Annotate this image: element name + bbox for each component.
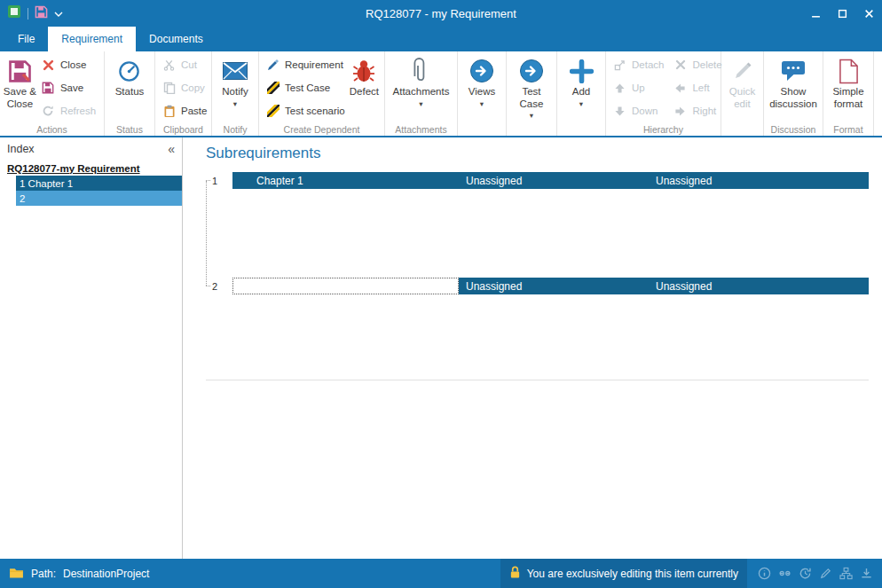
detach-icon	[612, 59, 627, 71]
row-title-cell-focused[interactable]	[232, 278, 459, 294]
arrow-up-icon	[612, 82, 627, 94]
copy-button[interactable]: Copy	[157, 76, 211, 99]
create-test-case-button[interactable]: Test Case	[261, 76, 350, 99]
copy-label: Copy	[181, 82, 205, 93]
chevron-down-icon: ▾	[579, 100, 583, 108]
detach-label: Detach	[632, 59, 664, 70]
cut-button[interactable]: Cut	[157, 53, 211, 76]
chevron-down-icon: ▾	[530, 112, 533, 120]
tab-requirement[interactable]: Requirement	[48, 27, 136, 51]
ribbon-group-actions: Save & Close Close Save Refresh Actions	[0, 51, 105, 136]
statusbar-tools	[747, 565, 882, 582]
show-discussion-button[interactable]: Show discussion	[769, 53, 817, 123]
paste-button[interactable]: Paste	[157, 99, 211, 122]
ribbon-group-hierarchy: Detach Up Down Delete Left Right Hierarc…	[606, 51, 721, 136]
ribbon-group-attachments: Attachments ▾ Attachments	[385, 51, 458, 136]
views-icon	[469, 56, 494, 86]
subrequirements-panel: Subrequirements 1 Chapter 1 Unassigned U…	[183, 137, 882, 559]
ribbon-group-status: Status Status	[105, 51, 155, 136]
chevron-down-icon: ▾	[480, 100, 484, 108]
ribbon-tab-row: File Requirement Documents	[0, 27, 882, 51]
add-button[interactable]: Add ▾	[570, 53, 594, 123]
arrow-down-icon	[612, 106, 627, 117]
up-button[interactable]: Up	[608, 76, 668, 99]
notify-label: Notify	[222, 86, 248, 98]
detach-button[interactable]: Detach	[608, 53, 668, 76]
left-button[interactable]: Left	[668, 76, 726, 99]
refresh-button[interactable]: Refresh	[36, 99, 100, 122]
create-requirement-label: Requirement	[285, 59, 343, 70]
test-case-hazard-icon	[265, 82, 280, 94]
statusbar: Path: DestinationProject You are exclusi…	[0, 559, 882, 588]
notify-button[interactable]: Notify ▾	[222, 53, 248, 123]
create-test-scenario-button[interactable]: Test scenario	[261, 99, 350, 122]
status-button[interactable]: Status	[115, 53, 145, 123]
ribbon-group-create-dependent: Requirement Test Case Test scenario Defe…	[259, 51, 385, 136]
delete-button[interactable]: Delete	[668, 53, 726, 76]
save-and-close-button[interactable]: Save & Close	[4, 53, 36, 123]
ribbon-group-notify: Notify ▾ Notify	[212, 51, 259, 136]
notify-envelope-icon	[223, 56, 248, 86]
create-defect-button[interactable]: Defect	[350, 53, 379, 123]
app-icon	[7, 4, 21, 22]
tab-file[interactable]: File	[4, 27, 48, 51]
row-status-cell[interactable]: Unassigned	[459, 278, 649, 294]
create-requirement-button[interactable]: Requirement	[261, 53, 350, 76]
simple-format-button[interactable]: Simple format	[832, 53, 863, 123]
download-icon[interactable]	[858, 565, 875, 582]
delete-x-icon	[673, 59, 688, 70]
cut-label: Cut	[181, 59, 197, 70]
save-button[interactable]: Save	[36, 76, 100, 99]
row-assignee-cell[interactable]: Unassigned	[649, 278, 869, 294]
paperclip-icon	[413, 56, 428, 86]
test-case-menu-button[interactable]: Test Case ▾	[519, 53, 544, 123]
quick-edit-label: Quick edit	[729, 86, 755, 110]
collapse-sidebar-icon[interactable]: «	[168, 142, 175, 156]
ribbon-group-views: Views ▾	[458, 51, 507, 136]
save-and-close-label: Save & Close	[4, 86, 36, 110]
row-assignee-cell[interactable]: Unassigned	[649, 172, 869, 189]
copy-icon	[161, 82, 177, 94]
subrequirement-rows: 1 Chapter 1 Unassigned Unassigned 2 Unas…	[206, 172, 869, 294]
group-label-actions: Actions	[0, 124, 104, 135]
right-button[interactable]: Right	[668, 99, 726, 122]
signature-pen-icon[interactable]	[817, 565, 834, 582]
quick-save-icon[interactable]	[35, 5, 48, 22]
tree-item-2-selected[interactable]: 2	[16, 191, 182, 206]
row-title-cell[interactable]: Chapter 1	[232, 172, 459, 189]
views-label: Views	[469, 86, 495, 98]
chevron-down-icon: ▾	[419, 100, 422, 108]
window-title: RQ128077 - my Requirement	[0, 0, 882, 27]
test-case-menu-icon	[519, 56, 544, 86]
minimize-button[interactable]	[802, 0, 829, 27]
ribbon-group-format: Simple format Format	[823, 51, 874, 136]
lock-status: You are exclusively editing this item cu…	[500, 559, 747, 588]
link-icon[interactable]	[776, 565, 793, 582]
tab-documents[interactable]: Documents	[136, 27, 217, 51]
test-case-menu-label: Test Case	[520, 86, 544, 110]
hierarchy-icon[interactable]	[838, 565, 854, 582]
close-window-button[interactable]	[855, 0, 882, 27]
close-button[interactable]: Close	[36, 53, 100, 76]
maximize-button[interactable]	[829, 0, 855, 27]
attachments-button[interactable]: Attachments ▾	[393, 53, 450, 123]
history-icon[interactable]	[797, 565, 814, 582]
up-label: Up	[632, 82, 645, 93]
window-controls	[802, 0, 882, 27]
ribbon-group-clipboard: Cut Copy Paste Clipboard	[155, 51, 212, 136]
paste-label: Paste	[181, 106, 207, 116]
path-value: DestinationProject	[63, 568, 149, 580]
down-button[interactable]: Down	[608, 99, 668, 122]
quick-access-dropdown-icon[interactable]	[54, 5, 63, 21]
tree-item-chapter1[interactable]: 1 Chapter 1	[16, 176, 182, 191]
path-display: Path: DestinationProject	[9, 567, 149, 581]
info-icon[interactable]	[756, 565, 773, 582]
tree-item-root[interactable]: RQ128077-my Requirement	[0, 161, 182, 176]
sidebar-header: Index «	[0, 137, 182, 161]
views-button[interactable]: Views ▾	[469, 53, 495, 123]
quick-edit-button[interactable]: Quick edit	[729, 53, 755, 123]
attachments-label: Attachments	[393, 86, 450, 98]
application-window: RQ128077 - my Requirement File Requireme…	[0, 0, 882, 588]
row-status-cell[interactable]: Unassigned	[459, 172, 649, 189]
speech-bubble-icon	[781, 56, 806, 86]
